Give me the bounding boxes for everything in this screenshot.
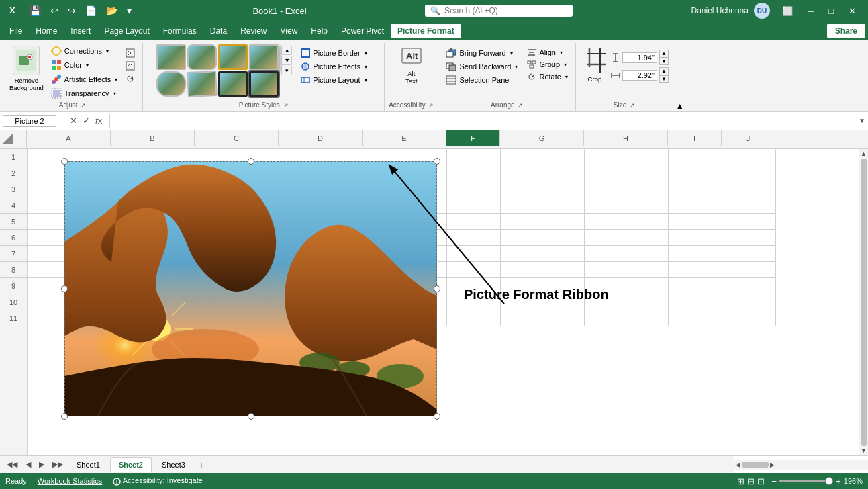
sheet-nav-left-button[interactable]: ◀◀ <box>3 459 21 470</box>
cell-j11[interactable] <box>722 310 776 326</box>
qat-more-button[interactable]: ▾ <box>124 4 134 17</box>
ps-thumb-3[interactable] <box>218 44 248 70</box>
scroll-down-button[interactable]: ▼ <box>861 447 867 454</box>
ps-thumb-5[interactable] <box>156 71 186 97</box>
row-header-4[interactable]: 4 <box>0 197 27 214</box>
ps-scroll-more[interactable]: ▾ <box>281 66 292 75</box>
menu-picture-format[interactable]: Picture Format <box>391 24 461 38</box>
scroll-thumb-horizontal[interactable] <box>742 462 769 468</box>
col-header-h[interactable]: H <box>584 130 668 146</box>
scroll-right-button[interactable]: ▶ <box>770 461 775 468</box>
ribbon-collapse-button[interactable]: ▲ <box>676 101 684 111</box>
zoom-in-button[interactable]: + <box>836 476 841 486</box>
ps-thumb-7[interactable] <box>218 71 248 97</box>
cell-i4[interactable] <box>669 197 722 214</box>
sheet-nav-next-button[interactable]: ▶ <box>35 459 48 470</box>
handle-bot-mid[interactable] <box>248 413 254 420</box>
cell-h2[interactable] <box>585 165 669 181</box>
cell-j7[interactable] <box>722 246 776 262</box>
cell-i3[interactable] <box>669 181 722 197</box>
close-button[interactable]: ✕ <box>842 3 863 19</box>
col-header-f[interactable]: F <box>446 130 500 146</box>
size-expand-icon[interactable]: ↗ <box>630 102 635 109</box>
acc-expand-icon[interactable]: ↗ <box>428 102 434 109</box>
col-header-d[interactable]: D <box>279 130 363 146</box>
col-header-a[interactable]: A <box>27 130 111 146</box>
add-sheet-button[interactable]: + <box>195 458 208 472</box>
alt-text-button[interactable]: Alt AltText <box>397 44 426 87</box>
sheet-tab-2[interactable]: Sheet2 <box>110 457 152 472</box>
col-header-j[interactable]: J <box>722 130 775 146</box>
row-header-7[interactable]: 7 <box>0 246 27 262</box>
height-up-button[interactable]: ▲ <box>659 50 669 58</box>
handle-top-left[interactable] <box>61 158 68 165</box>
cell-i6[interactable] <box>669 230 722 246</box>
cell-i11[interactable] <box>669 310 722 326</box>
cell-j4[interactable] <box>722 197 776 214</box>
zoom-thumb[interactable] <box>825 477 833 485</box>
row-header-3[interactable]: 3 <box>0 181 27 197</box>
menu-file[interactable]: File <box>3 24 29 38</box>
page-break-view-button[interactable]: ⊡ <box>757 476 765 486</box>
col-header-b[interactable]: B <box>111 130 195 146</box>
ribbon-display-button[interactable]: ⬜ <box>775 3 800 19</box>
ps-thumb-4[interactable] <box>249 44 279 70</box>
corrections-button[interactable]: Corrections ▾ <box>48 44 121 58</box>
cell-g11[interactable] <box>501 310 585 326</box>
cell-h7[interactable] <box>585 246 669 262</box>
col-header-i[interactable]: I <box>668 130 722 146</box>
sheet-tab-1[interactable]: Sheet1 <box>68 457 109 472</box>
menu-view[interactable]: View <box>274 24 305 38</box>
cell-i8[interactable] <box>669 262 722 278</box>
save-button[interactable]: 💾 <box>27 4 44 17</box>
compress-pictures-button[interactable] <box>122 47 138 59</box>
search-box[interactable]: 🔍 <box>425 5 573 17</box>
color-button[interactable]: Color ▾ <box>48 58 121 72</box>
ps-scroll-up[interactable]: ▲ <box>281 46 292 55</box>
handle-top-mid[interactable] <box>248 158 254 165</box>
row-header-1[interactable]: 1 <box>0 149 27 165</box>
change-picture-button[interactable] <box>122 60 138 72</box>
send-backward-button[interactable]: Send Backward ▾ <box>442 60 521 73</box>
menu-home[interactable]: Home <box>29 24 64 38</box>
page-layout-view-button[interactable]: ⊟ <box>747 476 755 486</box>
new-file-button[interactable]: 📄 <box>83 4 99 17</box>
zoom-slider[interactable] <box>779 480 833 482</box>
row-header-9[interactable]: 9 <box>0 278 27 294</box>
sheet-nav-right-button[interactable]: ▶▶ <box>48 459 67 470</box>
handle-mid-left[interactable] <box>61 285 68 292</box>
cell-f11[interactable] <box>447 310 501 326</box>
menu-review[interactable]: Review <box>234 24 273 38</box>
ps-expand-icon[interactable]: ↗ <box>283 102 289 109</box>
width-up-button[interactable]: ▲ <box>659 67 669 75</box>
ps-thumb-8[interactable] <box>249 71 279 97</box>
cell-i5[interactable] <box>669 214 722 230</box>
ps-thumb-2[interactable] <box>187 44 217 70</box>
cell-j5[interactable] <box>722 214 776 230</box>
cell-i7[interactable] <box>669 246 722 262</box>
width-input[interactable] <box>622 70 657 81</box>
insert-function-button[interactable]: fx <box>93 115 104 126</box>
height-down-button[interactable]: ▼ <box>659 58 669 66</box>
align-button[interactable]: Align ▾ <box>524 47 571 58</box>
cell-i10[interactable] <box>669 294 722 310</box>
cell-h6[interactable] <box>585 230 669 246</box>
cell-h11[interactable] <box>585 310 669 326</box>
cell-i1[interactable] <box>669 149 722 165</box>
row-header-10[interactable]: 10 <box>0 294 27 310</box>
cell-j8[interactable] <box>722 262 776 278</box>
ps-scroll-down[interactable]: ▼ <box>281 56 292 65</box>
row-header-5[interactable]: 5 <box>0 214 27 230</box>
normal-view-button[interactable]: ⊞ <box>737 476 744 486</box>
formula-expand-button[interactable]: ▼ <box>859 117 865 124</box>
minimize-button[interactable]: ─ <box>801 3 820 19</box>
reset-picture-button[interactable] <box>122 73 138 85</box>
picture-border-button[interactable]: Picture Border ▾ <box>297 47 371 59</box>
excel-logo-icon[interactable]: X <box>5 3 23 19</box>
row-header-6[interactable]: 6 <box>0 230 27 246</box>
cell-i2[interactable] <box>669 165 722 181</box>
zoom-out-button[interactable]: − <box>771 476 777 486</box>
menu-power-pivot[interactable]: Power Pivot <box>334 24 391 38</box>
cell-h4[interactable] <box>585 197 669 214</box>
scroll-thumb-vertical[interactable] <box>861 159 867 446</box>
